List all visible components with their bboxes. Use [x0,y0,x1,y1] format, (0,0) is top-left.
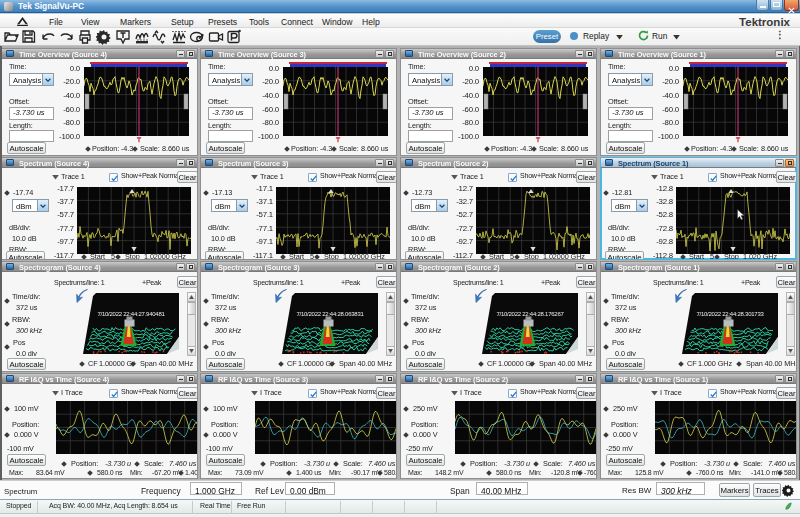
svg-text:7/10/2022 22:44:28.063831: 7/10/2022 22:44:28.063831 [296,311,364,317]
svg-text:7/10/2022 22:44:27.940481: 7/10/2022 22:44:27.940481 [97,311,165,317]
svg-text:7/10/2022 22:44:28.301733: 7/10/2022 22:44:28.301733 [696,311,764,317]
svg-text:7/10/2022 22:44:28.176267: 7/10/2022 22:44:28.176267 [496,311,564,317]
